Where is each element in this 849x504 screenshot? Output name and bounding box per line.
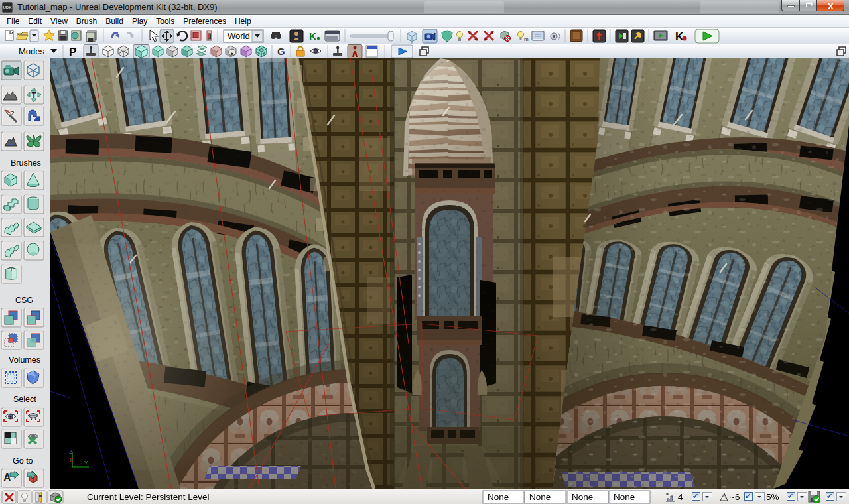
svg-text:Y: Y: [84, 460, 88, 467]
svg-text:None: None: [529, 492, 551, 502]
svg-text:Go to: Go to: [13, 456, 33, 466]
svg-text:s: s: [231, 50, 234, 56]
svg-text:CSG: CSG: [15, 296, 33, 305]
svg-text:Modes: Modes: [19, 46, 45, 56]
svg-text:G: G: [277, 46, 285, 57]
svg-text:~6: ~6: [730, 492, 740, 502]
svg-text:Z: Z: [69, 448, 73, 456]
svg-text:x: x: [70, 456, 74, 464]
svg-text:T: T: [32, 91, 37, 100]
svg-text:Current Level: Persistent Lev: Current Level: Persistent Level: [87, 492, 210, 502]
svg-text:None: None: [488, 492, 509, 502]
svg-text:K: K: [675, 31, 684, 43]
svg-text:None: None: [614, 492, 635, 502]
svg-text:4: 4: [678, 492, 683, 502]
svg-text:World: World: [228, 31, 250, 41]
svg-text:Select: Select: [13, 395, 36, 404]
svg-text:Brushes: Brushes: [11, 158, 41, 168]
svg-text:K: K: [309, 31, 316, 42]
svg-text:Volumes: Volumes: [9, 355, 40, 365]
svg-text:P: P: [69, 46, 76, 58]
svg-text:m: m: [524, 36, 529, 42]
svg-text:L: L: [9, 139, 13, 146]
svg-text:None: None: [572, 492, 593, 502]
svg-text:5%: 5%: [766, 492, 779, 502]
